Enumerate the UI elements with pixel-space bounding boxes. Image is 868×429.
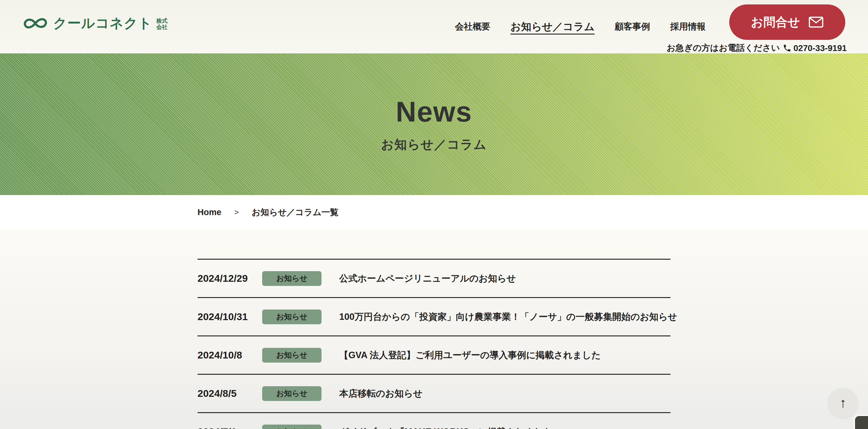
breadcrumb: Home > お知らせ／コラム一覧	[197, 206, 339, 218]
news-category-badge: お知らせ	[262, 309, 321, 324]
news-title: 【GVA 法人登記】ご利用ユーザーの導入事例に掲載されました	[339, 349, 601, 361]
nav-item-2[interactable]: 顧客事例	[615, 21, 650, 33]
news-title: ガイドブック『MAKE WORKS』に掲載されました	[339, 426, 553, 429]
news-date: 2024/7/1	[197, 426, 262, 429]
company-suffix: 株式 会社	[156, 18, 167, 30]
news-category-badge: お知らせ	[262, 425, 321, 429]
company-suffix-line1: 株式	[156, 18, 167, 24]
news-title: 本店移転のお知らせ	[339, 387, 423, 400]
infinity-logo-icon	[23, 16, 49, 31]
news-row[interactable]: 2024/10/8 お知らせ 【GVA 法人登記】ご利用ユーザーの導入事例に掲載…	[197, 336, 671, 375]
nav-item-3[interactable]: 採用情報	[670, 21, 706, 33]
company-logo[interactable]: クールコネクト 株式 会社	[23, 14, 167, 32]
news-section: 2024/12/29 お知らせ 公式ホームページリニューアルのお知らせ 2024…	[0, 230, 868, 429]
news-row[interactable]: 2024/7/1 お知らせ ガイドブック『MAKE WORKS』に掲載されました	[197, 413, 671, 429]
company-suffix-line2: 会社	[156, 24, 167, 30]
chevron-right-icon: >	[235, 208, 239, 217]
news-date: 2024/8/5	[197, 388, 262, 399]
news-list: 2024/12/29 お知らせ 公式ホームページリニューアルのお知らせ 2024…	[197, 259, 671, 429]
mail-icon	[809, 16, 824, 28]
news-row[interactable]: 2024/12/29 お知らせ 公式ホームページリニューアルのお知らせ	[197, 260, 671, 298]
breadcrumb-home-link[interactable]: Home	[197, 207, 221, 217]
news-date: 2024/10/31	[197, 311, 262, 323]
nav-item-1[interactable]: お知らせ／コラム	[510, 20, 595, 34]
up-arrow-icon: ↑	[840, 395, 846, 411]
nav-item-0[interactable]: 会社概要	[455, 21, 490, 33]
news-title: 100万円台からの「投資家」向け農業事業！「ノーサ」の一般募集開始のお知らせ	[339, 311, 677, 323]
news-category-badge: お知らせ	[262, 271, 321, 286]
scroll-to-top-button[interactable]: ↑	[828, 388, 858, 418]
phone-icon	[783, 44, 792, 53]
corner-widget[interactable]	[854, 415, 868, 429]
page-subtitle: お知らせ／コラム	[381, 136, 487, 153]
news-row[interactable]: 2024/10/31 お知らせ 100万円台からの「投資家」向け農業事業！「ノー…	[197, 298, 671, 336]
phone-number[interactable]: 0270-33-9191	[793, 43, 847, 53]
breadcrumb-current: お知らせ／コラム一覧	[252, 206, 339, 218]
news-date: 2024/10/8	[197, 349, 262, 361]
phone-line: お急ぎの方はお電話ください 0270-33-9191	[666, 43, 847, 53]
news-category-badge: お知らせ	[262, 386, 321, 401]
urgent-call-text: お急ぎの方はお電話ください	[666, 42, 780, 54]
news-category-badge: お知らせ	[262, 348, 321, 363]
page-title: News	[396, 96, 472, 128]
site-header: クールコネクト 株式 会社 会社概要お知らせ／コラム顧客事例採用情報 お問合せ …	[0, 0, 868, 54]
company-name: クールコネクト	[53, 14, 152, 32]
news-row[interactable]: 2024/8/5 お知らせ 本店移転のお知らせ	[197, 375, 671, 413]
news-date: 2024/12/29	[197, 273, 262, 284]
contact-button-label: お問合せ	[751, 14, 800, 30]
page-hero: News お知らせ／コラム	[0, 54, 868, 195]
breadcrumb-bar: Home > お知らせ／コラム一覧	[0, 195, 868, 230]
news-title: 公式ホームページリニューアルのお知らせ	[339, 272, 516, 285]
contact-button[interactable]: お問合せ	[729, 4, 845, 40]
